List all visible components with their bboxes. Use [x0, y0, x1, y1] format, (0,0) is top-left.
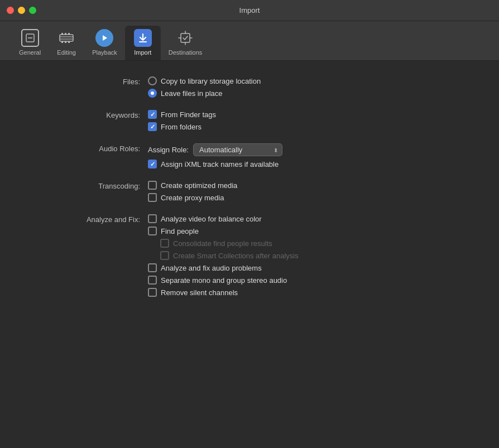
analyze-consolidate-label: Consolidate find people results	[173, 239, 272, 248]
analyze-smart-collections-checkbox	[160, 251, 169, 260]
analyze-label: Analyze and Fix:	[45, 214, 148, 224]
ixml-label: Assign iXML track names if available	[161, 160, 279, 168]
analyze-find-people-checkbox[interactable]	[148, 227, 157, 235]
keywords-row: Keywords: From Finder tags From folders	[45, 110, 471, 131]
analyze-balance-color[interactable]: Analyze video for balance color	[148, 214, 299, 223]
minimize-button[interactable]	[18, 7, 25, 14]
analyze-mono-stereo-label: Separate mono and group stereo audio	[161, 276, 287, 285]
analyze-mono-stereo[interactable]: Separate mono and group stereo audio	[148, 276, 299, 285]
titlebar: Import	[0, 0, 499, 21]
audio-roles-options: Assign Role: Automatically Custom ⬍ Assi…	[148, 143, 282, 168]
assign-role-dropdown-wrap: Automatically Custom ⬍	[193, 143, 282, 156]
svg-rect-7	[68, 33, 70, 35]
analyze-find-people-label: Find people	[161, 227, 199, 235]
files-leave-option[interactable]: Leave files in place	[148, 89, 261, 98]
editing-icon	[57, 29, 75, 47]
general-icon	[21, 29, 39, 47]
transcoding-optimized-checkbox[interactable]	[148, 181, 157, 190]
keywords-finder-tags-checkbox[interactable]	[148, 110, 157, 119]
keywords-finder-tags[interactable]: From Finder tags	[148, 110, 216, 119]
keywords-from-folders[interactable]: From folders	[148, 122, 216, 131]
transcoding-optimized-label: Create optimized media	[161, 181, 237, 190]
keywords-label: Keywords:	[45, 110, 148, 119]
svg-rect-10	[68, 41, 70, 43]
analyze-mono-stereo-checkbox[interactable]	[148, 276, 157, 285]
keywords-options: From Finder tags From folders	[148, 110, 216, 131]
keywords-finder-tags-label: From Finder tags	[161, 110, 216, 119]
assign-role-row: Assign Role: Automatically Custom ⬍	[148, 143, 282, 156]
content-area: Files: Copy to library storage location …	[0, 61, 499, 325]
files-copy-label: Copy to library storage location	[161, 77, 261, 85]
transcoding-proxy-checkbox[interactable]	[148, 193, 157, 202]
analyze-row: Analyze and Fix: Analyze video for balan…	[45, 214, 471, 297]
toolbar-item-playback[interactable]: Playback	[84, 26, 125, 60]
transcoding-options: Create optimized media Create proxy medi…	[148, 181, 237, 202]
window-title: Import	[239, 6, 260, 15]
toolbar-item-destinations[interactable]: Destinations	[161, 26, 210, 60]
keywords-from-folders-label: From folders	[161, 123, 201, 131]
transcoding-row: Transcoding: Create optimized media Crea…	[45, 181, 471, 202]
analyze-silent-channels-checkbox[interactable]	[148, 288, 157, 297]
analyze-smart-collections-label: Create Smart Collections after analysis	[173, 252, 299, 260]
svg-rect-5	[61, 33, 63, 35]
analyze-smart-collections: Create Smart Collections after analysis	[160, 251, 299, 260]
svg-rect-14	[181, 33, 190, 42]
maximize-button[interactable]	[29, 7, 36, 14]
files-row: Files: Copy to library storage location …	[45, 76, 471, 98]
svg-rect-2	[60, 35, 73, 41]
assign-role-label: Assign Role:	[148, 146, 189, 154]
ixml-checkbox-item[interactable]: Assign iXML track names if available	[148, 160, 282, 168]
analyze-audio-problems-label: Analyze and fix audio problems	[161, 264, 262, 272]
analyze-silent-channels[interactable]: Remove silent channels	[148, 288, 299, 297]
toolbar-item-general[interactable]: General	[11, 26, 49, 60]
editing-label: Editing	[57, 49, 76, 56]
files-leave-label: Leave files in place	[161, 89, 223, 98]
svg-rect-8	[61, 41, 63, 43]
toolbar: General Editing Playback	[0, 21, 499, 61]
keywords-from-folders-checkbox[interactable]	[148, 122, 157, 131]
files-leave-radio[interactable]	[148, 89, 157, 98]
files-copy-option[interactable]: Copy to library storage location	[148, 76, 261, 85]
analyze-options: Analyze video for balance color Find peo…	[148, 214, 299, 297]
analyze-find-people[interactable]: Find people	[148, 227, 299, 235]
analyze-audio-problems[interactable]: Analyze and fix audio problems	[148, 263, 299, 272]
playback-label: Playback	[92, 49, 117, 56]
destinations-label: Destinations	[169, 49, 203, 56]
import-icon	[134, 29, 152, 47]
svg-rect-9	[65, 41, 66, 43]
transcoding-optimized[interactable]: Create optimized media	[148, 181, 237, 190]
transcoding-proxy-label: Create proxy media	[161, 194, 224, 202]
files-label: Files:	[45, 76, 148, 86]
toolbar-item-editing[interactable]: Editing	[49, 26, 84, 60]
playback-icon	[95, 29, 113, 47]
window-controls	[7, 7, 36, 14]
analyze-balance-color-label: Analyze video for balance color	[161, 215, 262, 223]
audio-roles-label: Audio Roles:	[45, 143, 148, 153]
ixml-checkbox[interactable]	[148, 160, 157, 168]
assign-role-dropdown[interactable]: Automatically Custom	[193, 143, 282, 156]
close-button[interactable]	[7, 7, 14, 14]
analyze-balance-color-checkbox[interactable]	[148, 214, 157, 223]
files-copy-radio[interactable]	[148, 76, 157, 85]
transcoding-label: Transcoding:	[45, 181, 148, 190]
destinations-icon	[176, 29, 194, 47]
general-label: General	[19, 49, 41, 56]
analyze-silent-channels-label: Remove silent channels	[161, 288, 238, 297]
analyze-consolidate-checkbox	[160, 239, 169, 248]
files-options: Copy to library storage location Leave f…	[148, 76, 261, 98]
analyze-consolidate: Consolidate find people results	[160, 239, 299, 248]
transcoding-proxy[interactable]: Create proxy media	[148, 193, 237, 202]
audio-roles-row: Audio Roles: Assign Role: Automatically …	[45, 143, 471, 168]
svg-marker-11	[103, 35, 107, 41]
analyze-audio-problems-checkbox[interactable]	[148, 263, 157, 272]
svg-rect-6	[65, 33, 66, 35]
toolbar-item-import[interactable]: Import	[125, 26, 161, 60]
import-label: Import	[134, 49, 151, 56]
